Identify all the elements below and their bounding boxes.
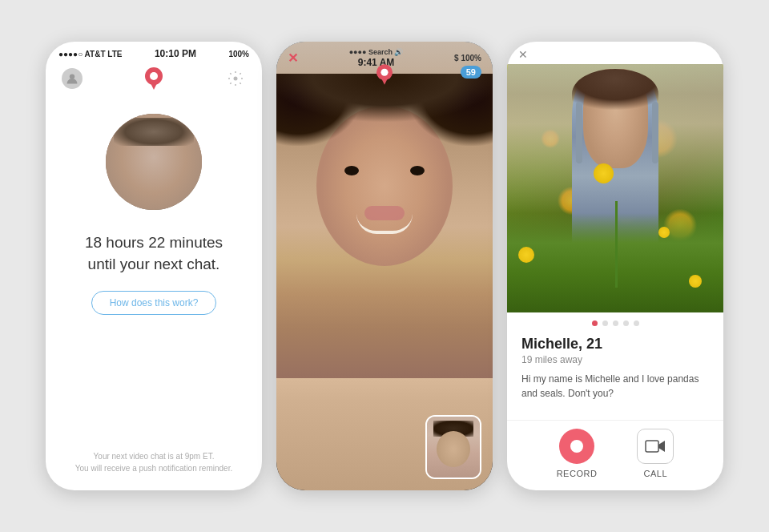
bg-sunflower-3 <box>658 227 670 238</box>
right-eye-video <box>410 166 425 175</box>
left-eye-video <box>344 166 359 175</box>
timer-message: 18 hours 22 minutes until your next chat… <box>85 232 223 275</box>
close-button-3[interactable]: ✕ <box>518 48 528 61</box>
app-logo-pin-2 <box>376 64 393 88</box>
self-video-thumbnail <box>425 415 481 479</box>
notification-badge: 59 <box>461 66 481 79</box>
how-it-works-button[interactable]: How does this work? <box>91 291 217 315</box>
profile-distance: 19 miles away <box>521 354 709 365</box>
call-button[interactable]: CALL <box>637 429 674 478</box>
phone-screen-2: ✕ ●●●● Search 🔊 9:41 AM $ 100% 59 <box>276 42 493 490</box>
dot-5[interactable] <box>634 320 639 326</box>
svg-marker-6 <box>380 76 389 85</box>
settings-icon[interactable] <box>225 68 246 89</box>
status-bar-1: ●●●●○ AT&T LTE 10:10 PM 100% <box>46 42 262 62</box>
woman-face-video <box>276 42 493 378</box>
left-strap <box>576 102 582 164</box>
phone-screen-1: ●●●●○ AT&T LTE 10:10 PM 100% <box>46 42 262 490</box>
bg-sunflower-2 <box>689 275 702 288</box>
lips-video <box>364 206 405 220</box>
app-logo-pin <box>143 67 165 90</box>
screen1-content: 18 hours 22 minutes until your next chat… <box>46 98 262 315</box>
svg-point-7 <box>380 69 388 76</box>
svg-point-8 <box>570 440 583 453</box>
signal-strength: ●●●●○ AT&T LTE <box>58 50 122 58</box>
person-hair <box>572 69 658 119</box>
dot-2[interactable] <box>602 320 608 326</box>
image-dots <box>507 312 723 332</box>
record-button[interactable]: RECORD <box>557 429 598 478</box>
svg-point-4 <box>234 77 238 81</box>
svg-marker-10 <box>658 441 665 452</box>
screen1-footer: Your next video chat is at 9pm ET. You w… <box>46 450 262 474</box>
profile-info: Michelle, 21 19 miles away Hi my name is… <box>507 332 723 420</box>
time-display-1: 10:10 PM <box>155 48 196 59</box>
svg-marker-2 <box>149 80 159 90</box>
close-button-2[interactable]: ✕ <box>288 50 298 66</box>
profile-image[interactable] <box>507 64 723 312</box>
right-strap <box>652 102 658 164</box>
sunflower-stem <box>615 201 618 288</box>
call-label: CALL <box>644 469 668 478</box>
dot-4[interactable] <box>623 320 629 326</box>
phone-screen-3: ✕ Michelle, 21 19 mile <box>507 42 723 490</box>
call-icon <box>637 429 674 464</box>
dot-3[interactable] <box>613 320 618 326</box>
self-face-bg <box>427 417 480 478</box>
profile-name: Michelle, 21 <box>521 336 709 353</box>
profile-photo <box>106 114 202 210</box>
dot-1[interactable] <box>592 320 598 326</box>
bg-sunflower-1 <box>518 247 534 263</box>
profile-bio: Hi my name is Michelle and I love pandas… <box>521 372 709 401</box>
status-bar-3: ✕ <box>507 42 723 64</box>
battery-1: 100% <box>228 50 249 58</box>
svg-point-0 <box>70 74 74 79</box>
self-face-circle <box>437 431 470 467</box>
signal-2: ●●●● Search 🔊 <box>349 48 404 56</box>
man-photo-bg <box>106 114 202 210</box>
action-buttons-row: RECORD CALL <box>507 420 723 483</box>
user-avatar[interactable] <box>62 68 83 89</box>
battery-2: $ 100% <box>454 54 481 62</box>
sunflower-head <box>594 163 614 183</box>
record-icon <box>559 429 594 464</box>
svg-rect-9 <box>646 441 658 452</box>
record-label: RECORD <box>557 469 598 478</box>
man-hair-decoration <box>114 118 194 146</box>
svg-point-3 <box>150 72 158 80</box>
screen1-header <box>46 62 262 98</box>
